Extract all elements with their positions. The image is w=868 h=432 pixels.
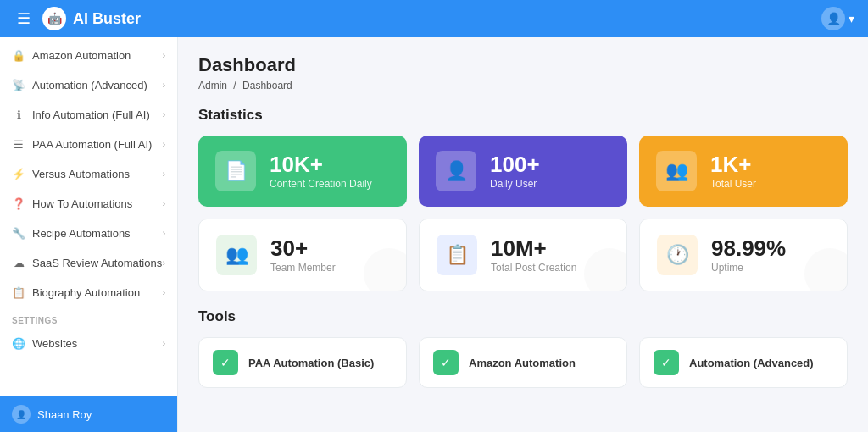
nav-left: ☰ 🤖 AI Buster — [14, 6, 141, 31]
sidebar-label-advanced: Automation (Advanced) — [32, 79, 147, 91]
advanced-icon: 📡 — [12, 79, 25, 91]
sidebar-item-biography[interactable]: 📋 Biography Automation › — [0, 278, 177, 307]
chevron-icon: › — [163, 110, 165, 119]
tool-card-paa-basic[interactable]: ✓ PAA Automation (Basic) — [198, 337, 407, 388]
stat-value-uptime: 98.99% — [711, 236, 786, 261]
total-user-icon: 👥 — [656, 151, 697, 191]
stat-value-total-user: 1K+ — [710, 152, 756, 177]
stat-value-daily-user: 100+ — [490, 152, 540, 177]
app-logo: 🤖 AI Buster — [42, 7, 141, 30]
sidebar-item-versus[interactable]: ⚡ Versus Automations › — [0, 159, 177, 189]
user-menu-button[interactable]: 👤 ▾ — [821, 7, 854, 30]
tool-label-amazon: Amazon Automation — [469, 357, 576, 369]
stat-label-uptime: Uptime — [711, 262, 786, 274]
sidebar-item-advanced[interactable]: 📡 Automation (Advanced) › — [0, 70, 177, 100]
user-avatar: 👤 — [821, 7, 845, 30]
chevron-icon: › — [163, 258, 165, 268]
tool-check-advanced: ✓ — [654, 350, 679, 375]
chevron-icon: › — [163, 80, 165, 90]
stat-card-team: 👥 30+ Team Member — [198, 219, 407, 291]
sidebar: 🔒 Amazon Automation › 📡 Automation (Adva… — [0, 37, 178, 432]
sidebar-label-versus: Versus Automations — [32, 168, 130, 180]
sidebar-item-websites[interactable]: 🌐 Websites › — [0, 329, 177, 358]
breadcrumb-current: Dashboard — [242, 80, 292, 91]
sidebar-label-saas: SaaS Review Automations — [32, 257, 162, 269]
stat-card-content: 📄 10K+ Content Creation Daily — [198, 136, 407, 207]
team-icon: 👥 — [216, 235, 257, 275]
sidebar-nav: 🔒 Amazon Automation › 📡 Automation (Adva… — [0, 37, 177, 396]
sidebar-label-amazon: Amazon Automation — [32, 49, 131, 62]
sidebar-item-howto[interactable]: ❓ How To Automations › — [0, 189, 177, 219]
post-icon: 📋 — [437, 235, 477, 275]
info-icon: ℹ — [12, 108, 25, 121]
tool-label-paa-basic: PAA Automation (Basic) — [248, 357, 374, 369]
user-dropdown-icon: ▾ — [849, 12, 854, 25]
stat-card-post: 📋 10M+ Total Post Creation — [419, 219, 627, 291]
stat-label-total-user: Total User — [710, 178, 756, 190]
page-title: Dashboard — [198, 54, 848, 76]
breadcrumb-home: Admin — [198, 80, 227, 91]
tool-check-amazon: ✓ — [433, 350, 459, 375]
paa-icon: ☰ — [12, 138, 25, 151]
tool-check-paa-basic: ✓ — [213, 350, 238, 375]
sidebar-item-info[interactable]: ℹ Info Automation (Full AI) › — [0, 100, 177, 130]
sidebar-item-amazon[interactable]: 🔒 Amazon Automation › — [0, 41, 177, 70]
websites-icon: 🌐 — [12, 337, 25, 350]
sidebar-label-paa: PAA Automation (Full AI) — [32, 138, 152, 151]
saas-icon: ☁ — [12, 257, 25, 269]
sidebar-item-saas[interactable]: ☁ SaaS Review Automations › — [0, 248, 177, 278]
tools-grid: ✓ PAA Automation (Basic) ✓ Amazon Automa… — [198, 337, 848, 388]
sidebar-label-biography: Biography Automation — [32, 286, 140, 299]
sidebar-label-recipe: Recipe Automations — [32, 227, 131, 240]
check-icon: ✓ — [661, 356, 671, 369]
amazon-icon: 🔒 — [12, 49, 25, 62]
tool-card-amazon[interactable]: ✓ Amazon Automation — [419, 337, 627, 388]
footer-avatar: 👤 — [12, 405, 31, 424]
chevron-icon: › — [163, 339, 165, 348]
sidebar-item-recipe[interactable]: 🔧 Recipe Automations › — [0, 219, 177, 248]
chevron-icon: › — [163, 51, 165, 60]
sidebar-item-paa[interactable]: ☰ PAA Automation (Full AI) › — [0, 130, 177, 159]
chevron-icon: › — [163, 199, 165, 208]
versus-icon: ⚡ — [12, 168, 25, 180]
breadcrumb: Admin / Dashboard — [198, 80, 848, 91]
stat-label-team: Team Member — [270, 262, 336, 274]
recipe-icon: 🔧 — [12, 227, 25, 240]
nav-right: 👤 ▾ — [821, 7, 854, 30]
biography-icon: 📋 — [12, 286, 25, 299]
logo-icon: 🤖 — [42, 7, 66, 30]
stat-value-post: 10M+ — [491, 236, 576, 261]
sidebar-label-info: Info Automation (Full AI) — [32, 108, 150, 121]
stat-label-post: Total Post Creation — [491, 262, 576, 274]
hamburger-button[interactable]: ☰ — [14, 6, 34, 31]
top-nav: ☰ 🤖 AI Buster 👤 ▾ — [0, 0, 868, 37]
chevron-icon: › — [163, 169, 165, 179]
stat-card-daily-user: 👤 100+ Daily User — [419, 136, 627, 207]
chevron-icon: › — [163, 229, 165, 238]
stat-label-content: Content Creation Daily — [270, 178, 372, 190]
stat-value-team: 30+ — [270, 236, 336, 261]
check-icon: ✓ — [441, 356, 451, 369]
chevron-icon: › — [163, 288, 165, 297]
stat-card-total-user: 👥 1K+ Total User — [639, 136, 848, 207]
sidebar-user-footer[interactable]: 👤 Shaan Roy — [0, 396, 177, 432]
stat-card-uptime: 🕐 98.99% Uptime — [639, 219, 848, 291]
tool-label-advanced: Automation (Advanced) — [689, 357, 814, 369]
breadcrumb-separator: / — [233, 80, 236, 91]
content-icon: 📄 — [215, 151, 256, 191]
stat-label-daily-user: Daily User — [490, 178, 540, 190]
main-layout: 🔒 Amazon Automation › 📡 Automation (Adva… — [0, 37, 868, 432]
uptime-icon: 🕐 — [657, 235, 698, 275]
statistics-title: Statistics — [198, 107, 848, 124]
tools-title: Tools — [198, 308, 848, 325]
main-content: Dashboard Admin / Dashboard Statistics 📄… — [178, 37, 868, 432]
app-name: AI Buster — [73, 10, 141, 28]
stat-value-content: 10K+ — [270, 152, 372, 177]
sidebar-label-howto: How To Automations — [32, 197, 132, 210]
sidebar-username: Shaan Roy — [37, 408, 92, 421]
tool-card-advanced[interactable]: ✓ Automation (Advanced) — [639, 337, 848, 388]
settings-section-label: SETTINGS — [0, 307, 177, 329]
howto-icon: ❓ — [12, 197, 25, 210]
daily-user-icon: 👤 — [436, 151, 476, 191]
chevron-icon: › — [163, 140, 165, 149]
